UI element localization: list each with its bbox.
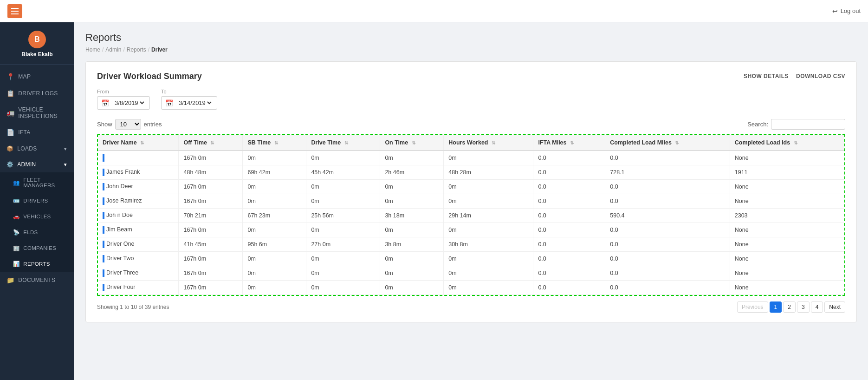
avatar: B [28,31,46,48]
col-drive-time[interactable]: Drive Time ⇅ [306,135,380,151]
col-sb-time[interactable]: SB Time ⇅ [243,135,306,151]
table-cell: 41h 45m [179,237,243,252]
sidebar-item-vehicles[interactable]: 🚗 Vehicles [0,209,74,224]
table-cell: 0.0 [605,237,730,252]
sidebar-item-map[interactable]: 📍 MAP [0,68,74,85]
table-cell: 167h 0m [179,281,243,295]
date-filters: From 📅 3/8/2019 To 📅 3/14/2019 [97,89,845,110]
sidebar-item-vehicle-inspections[interactable]: 🚛 VEHICLE INSPECTIONS [0,102,74,124]
row-indicator [103,169,104,176]
table-cell: 0m [243,252,306,266]
sidebar-item-reports[interactable]: 📊 Reports [0,256,74,272]
table-cell: 0.0 [605,180,730,194]
pagination-page-1[interactable]: 1 [770,301,782,313]
table-cell: None [730,223,844,237]
show-details-button[interactable]: SHOW DETAILS [744,71,789,81]
row-indicator [103,154,104,162]
sidebar-item-admin[interactable]: ⚙️ ADMIN ▼ [0,157,74,172]
to-date-select[interactable]: 3/14/2019 [177,99,213,107]
table-cell: 3h 18m [380,209,444,223]
sidebar-item-loads[interactable]: 📦 LOADS ▼ [0,141,74,157]
sidebar-subitem-label: ELDs [23,229,38,235]
table-cell: 0.0 [533,151,605,165]
row-indicator [103,183,104,190]
table-row: Jim Beam167h 0m0m0m0m0m0.00.0None [98,223,844,237]
table-header: Driver Name ⇅ Off Time ⇅ SB Time ⇅ Drive… [98,135,844,151]
table-cell: None [730,151,844,165]
driver-logs-icon: 📋 [6,90,14,97]
breadcrumb-reports[interactable]: Reports [127,46,146,53]
col-hours-worked[interactable]: Hours Worked ⇅ [444,135,533,151]
sidebar-item-companies[interactable]: 🏢 Companies [0,240,74,256]
table-cell: 0m [306,223,380,237]
table-cell: 590.4 [605,209,730,223]
breadcrumb-home[interactable]: Home [85,46,100,53]
entries-count-select[interactable]: 10 25 50 100 [115,119,141,130]
col-driver-name[interactable]: Driver Name ⇅ [98,135,179,151]
to-date-field: To 📅 3/14/2019 [161,89,217,110]
sort-icon: ⇅ [570,140,574,145]
table-cell: 728.1 [605,165,730,180]
table-cell: 0m [444,194,533,209]
sidebar-subitem-label: Vehicles [23,214,51,219]
table-cell: 0m [243,151,306,165]
sidebar-item-drivers[interactable]: 🪪 Drivers [0,193,74,209]
breadcrumb-admin[interactable]: Admin [105,46,121,53]
sidebar: B Blake Ekalb 📍 MAP 📋 DRIVER LOGS 🚛 VEHI… [0,22,74,380]
vehicles-icon: 🚗 [13,213,19,220]
table-row: Driver Two167h 0m0m0m0m0m0.00.0None [98,252,844,266]
table-cell: 0m [306,194,380,209]
table-cell: 0m [243,281,306,295]
table-cell: 0m [444,151,533,165]
table-cell: 95h 6m [243,237,306,252]
col-ifta-miles[interactable]: IFTA Miles ⇅ [533,135,605,151]
sidebar-item-elds[interactable]: 📡 ELDs [0,224,74,240]
calendar-icon: 📅 [101,99,109,107]
from-date-label: From [97,89,150,94]
sidebar-username: Blake Ekalb [21,51,52,58]
calendar-icon: 📅 [165,99,173,107]
sidebar-item-label: DRIVER LOGS [18,90,58,97]
topbar: ↩ Log out [0,0,868,22]
table-cell: 0.0 [533,180,605,194]
table-cell: 0.0 [533,194,605,209]
pagination-previous[interactable]: Previous [737,301,768,313]
row-indicator [103,284,104,291]
to-date-input-wrap[interactable]: 📅 3/14/2019 [161,96,217,110]
table-cell: 0.0 [533,281,605,295]
sidebar-item-ifta[interactable]: 📄 IFTA [0,124,74,141]
pagination-page-3[interactable]: 3 [797,301,810,313]
table-cell: Jim Beam [98,223,179,237]
admin-submenu: 👥 Fleet Managers 🪪 Drivers 🚗 Vehicles 📡 … [0,172,74,272]
col-off-time[interactable]: Off Time ⇅ [179,135,243,151]
search-input[interactable] [771,119,845,130]
table-cell: 0m [444,223,533,237]
sidebar-item-documents[interactable]: 📁 DOCUMENTS [0,272,74,288]
card-title: Driver Workload Summary [97,72,202,81]
from-date-input-wrap[interactable]: 📅 3/8/2019 [97,96,150,110]
breadcrumb: Home / Admin / Reports / Driver [85,46,857,53]
pagination-page-2[interactable]: 2 [783,301,796,313]
col-completed-load-miles[interactable]: Completed Load Miles ⇅ [605,135,730,151]
topbar-left [7,4,22,18]
table-cell: 0m [380,151,444,165]
from-date-select[interactable]: 3/8/2019 [113,99,146,107]
table-cell: 0.0 [605,223,730,237]
pagination-next[interactable]: Next [824,301,845,313]
search-label: Search: [747,121,768,128]
pagination-page-4[interactable]: 4 [811,301,823,313]
table-cell: None [730,252,844,266]
sidebar-item-driver-logs[interactable]: 📋 DRIVER LOGS [0,85,74,102]
row-indicator [103,255,104,262]
logout-button[interactable]: ↩ Log out [832,7,861,15]
table-cell: 70h 21m [179,209,243,223]
sort-icon: ⇅ [274,140,278,145]
sidebar-item-fleet-managers[interactable]: 👥 Fleet Managers [0,172,74,193]
sort-icon: ⇅ [412,140,415,145]
download-csv-button[interactable]: DOWNLOAD CSV [796,71,845,81]
col-on-time[interactable]: On Time ⇅ [380,135,444,151]
table-cell: 0m [444,281,533,295]
hamburger-button[interactable] [7,4,22,18]
col-completed-load-ids[interactable]: Completed Load Ids ⇅ [730,135,844,151]
table-cell: 0m [243,266,306,281]
